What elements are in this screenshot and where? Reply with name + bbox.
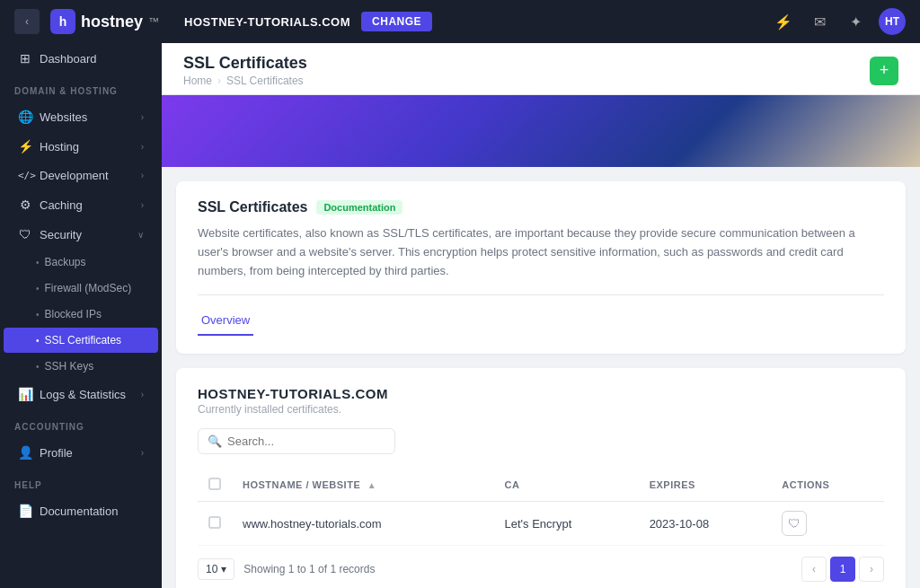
row-ca: Let's Encrypt <box>494 502 639 546</box>
sidebar-item-profile[interactable]: 👤 Profile › <box>4 438 158 467</box>
app-name: hostney <box>81 13 143 31</box>
dashboard-icon: ⊞ <box>18 51 32 66</box>
activity-icon[interactable]: ⚡ <box>771 9 796 34</box>
breadcrumb-home[interactable]: Home <box>183 75 212 87</box>
site-label: HOSTNEY-TUTORIALS.COM <box>184 15 350 29</box>
topnav-icons: ⚡ ✉ ✦ HT <box>771 8 906 35</box>
top-navigation: ‹ h hostney™ HOSTNEY-TUTORIALS.COM CHANG… <box>0 0 920 43</box>
header-checkbox[interactable] <box>208 478 221 490</box>
hosting-icon: ⚡ <box>18 139 32 154</box>
development-icon: </> <box>18 170 32 181</box>
profile-icon: 👤 <box>18 445 32 460</box>
sidebar-item-security[interactable]: 🛡 Security ∨ <box>4 220 158 249</box>
showing-text: Showing 1 to 1 of 1 records <box>243 563 792 575</box>
sidebar-item-documentation[interactable]: 📄 Documentation <box>4 496 158 525</box>
row-expires: 2023-10-08 <box>639 502 772 546</box>
page-title: SSL Certificates <box>183 54 307 73</box>
table-header-row: HOSTNAME / WEBSITE ▲ CA EXPIRES ACTIONS <box>198 469 884 502</box>
documentation-icon: 📄 <box>18 504 32 518</box>
tab-overview[interactable]: Overview <box>198 306 253 336</box>
chevron-down-icon: ∨ <box>137 230 144 240</box>
websites-icon: 🌐 <box>18 110 32 124</box>
sidebar-item-label: Development <box>40 169 109 182</box>
ssl-cert-label: SSL Certificates <box>45 334 122 347</box>
firewall-label: Firewall (ModSec) <box>45 282 132 294</box>
sidebar-item-blocked-ips[interactable]: Blocked IPs <box>4 302 158 327</box>
per-page-select[interactable]: 10 ▾ <box>198 558 234 580</box>
col-hostname[interactable]: HOSTNAME / WEBSITE ▲ <box>232 469 494 502</box>
table-row: www.hostney-tutorials.com Let's Encrypt … <box>198 502 884 546</box>
sidebar-item-label: Profile <box>40 446 73 460</box>
sidebar-item-ssh-keys[interactable]: SSH Keys <box>4 354 158 379</box>
sidebar-item-label: Security <box>40 228 82 241</box>
pagination-controls: ‹ 1 › <box>801 557 884 582</box>
col-ca: CA <box>494 469 639 502</box>
sidebar-item-dashboard[interactable]: ⊞ Dashboard <box>4 44 158 73</box>
logo-icon: h <box>50 9 75 34</box>
next-page-button[interactable]: › <box>859 557 884 582</box>
page-banner <box>162 95 920 167</box>
ssl-action-icon[interactable]: 🛡 <box>782 511 807 536</box>
sidebar-item-label: Logs & Statistics <box>40 388 126 401</box>
per-page-chevron: ▾ <box>221 563 226 575</box>
row-actions: 🛡 <box>771 502 884 546</box>
chevron-right-icon: › <box>141 112 144 122</box>
chevron-right-icon: › <box>141 171 144 180</box>
blocked-ips-label: Blocked IPs <box>45 308 102 320</box>
documentation-badge[interactable]: Documentation <box>316 200 402 215</box>
ssh-keys-label: SSH Keys <box>45 360 94 373</box>
sidebar-item-websites[interactable]: 🌐 Websites › <box>4 102 158 131</box>
ssl-description: Website certificates, also known as SSL/… <box>198 224 884 280</box>
sidebar: ⊞ Dashboard DOMAIN & HOSTING 🌐 Websites … <box>0 43 162 588</box>
sidebar-item-backups[interactable]: Backups <box>4 250 158 275</box>
page-header: SSL Certificates Home › SSL Certificates… <box>162 43 920 95</box>
sidebar-item-development[interactable]: </> Development › <box>4 162 158 189</box>
accounting-section-label: ACCOUNTING <box>0 409 162 437</box>
sort-icon: ▲ <box>367 480 376 490</box>
page-1-button[interactable]: 1 <box>830 557 855 582</box>
caching-icon: ⚙ <box>18 197 32 212</box>
search-input[interactable] <box>227 434 385 448</box>
sidebar-item-ssl-certificates[interactable]: SSL Certificates <box>4 328 158 353</box>
domain-name: HOSTNEY-TUTORIALS.COM <box>198 386 884 401</box>
main-content: SSL Certificates Home › SSL Certificates… <box>162 43 920 588</box>
settings-icon[interactable]: ✦ <box>843 9 868 34</box>
prev-page-button[interactable]: ‹ <box>801 557 827 582</box>
domain-section: HOSTNEY-TUTORIALS.COM Currently installe… <box>176 368 906 588</box>
change-button[interactable]: CHANGE <box>361 12 432 31</box>
sidebar-item-logs[interactable]: 📊 Logs & Statistics › <box>4 380 158 408</box>
search-icon: 🔍 <box>208 434 222 448</box>
main-layout: ⊞ Dashboard DOMAIN & HOSTING 🌐 Websites … <box>0 43 920 588</box>
sidebar-item-label: Hosting <box>40 140 79 154</box>
divider <box>198 294 884 295</box>
back-button[interactable]: ‹ <box>14 9 40 34</box>
help-section-label: HELP <box>0 468 162 496</box>
row-checkbox-cell <box>198 502 232 546</box>
chevron-right-icon: › <box>141 142 144 152</box>
sidebar-item-hosting[interactable]: ⚡ Hosting › <box>4 132 158 161</box>
chevron-right-icon: › <box>141 390 144 399</box>
sidebar-item-firewall[interactable]: Firewall (ModSec) <box>4 276 158 301</box>
domain-hosting-section-label: DOMAIN & HOSTING <box>0 74 162 101</box>
tabs: Overview <box>198 306 884 336</box>
user-avatar[interactable]: HT <box>879 8 906 35</box>
logs-icon: 📊 <box>18 387 32 401</box>
app-logo: h hostney™ <box>50 9 159 34</box>
backups-label: Backups <box>45 256 86 268</box>
chevron-right-icon: › <box>141 448 144 458</box>
certificates-table: HOSTNAME / WEBSITE ▲ CA EXPIRES ACTIONS … <box>198 469 884 546</box>
mail-icon[interactable]: ✉ <box>807 9 832 34</box>
sidebar-item-caching[interactable]: ⚙ Caching › <box>4 190 158 219</box>
sidebar-item-label: Websites <box>40 110 87 124</box>
ssl-card-title: SSL Certificates <box>198 199 307 215</box>
sidebar-item-label: Dashboard <box>40 52 97 66</box>
chevron-right-icon: › <box>141 200 144 210</box>
sidebar-item-label: Documentation <box>40 505 118 518</box>
breadcrumb-current: SSL Certificates <box>226 75 304 87</box>
col-checkbox <box>198 469 232 502</box>
row-checkbox[interactable] <box>208 516 221 529</box>
ssl-info-card: SSL Certificates Documentation Website c… <box>176 181 906 354</box>
breadcrumb: Home › SSL Certificates <box>183 75 307 87</box>
add-certificate-button[interactable]: + <box>870 57 898 85</box>
col-expires: EXPIRES <box>639 469 772 502</box>
